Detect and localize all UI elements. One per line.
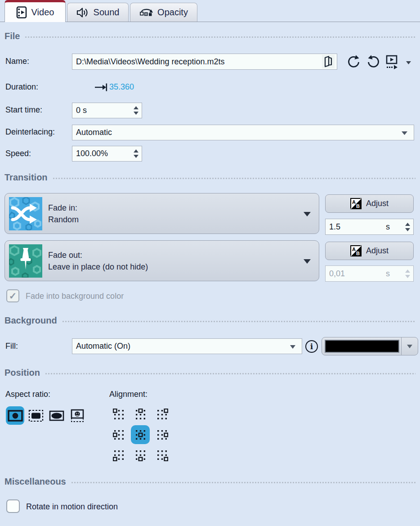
fade-in-title: Fade in:	[48, 202, 79, 213]
deinterlacing-select[interactable]: Automatic	[72, 125, 414, 140]
aspect-stretch-icon	[49, 410, 64, 421]
fade-in-adjust-button[interactable]: A B Adjust	[325, 194, 414, 213]
fade-into-background-checkbox: ✓	[6, 289, 19, 302]
svg-text:B: B	[356, 251, 360, 256]
alignment-middle-left-button[interactable]	[109, 425, 128, 444]
fade-out-select[interactable]: Fade out: Leave in place (do not hide)	[4, 240, 319, 281]
alignment-middle-right-button[interactable]	[152, 425, 171, 444]
fill-select[interactable]: Automatic (On)	[72, 338, 302, 354]
adjust-ab-icon: A B	[350, 245, 362, 256]
rotate-left-button[interactable]	[346, 54, 362, 70]
opacity-icon	[139, 7, 153, 18]
fade-out-text: Fade out: Leave in place (do not hide)	[48, 249, 148, 272]
fade-in-thumbnail	[9, 197, 42, 230]
svg-text:A: A	[352, 247, 356, 252]
name-label: Name:	[5, 57, 29, 66]
background-section-title: Background	[4, 315, 57, 326]
fade-out-adjust-label: Adjust	[366, 246, 389, 256]
chevron-down-icon	[402, 131, 407, 135]
fade-in-text: Fade in: Random	[48, 202, 79, 225]
fade-out-adjust-button[interactable]: A B Adjust	[325, 242, 414, 260]
section-divider	[25, 36, 416, 38]
rotate-right-button[interactable]	[365, 54, 381, 70]
aspect-crop-button[interactable]	[27, 406, 45, 425]
fade-out-duration-value: 0,01	[329, 269, 345, 279]
tab-video[interactable]: Video	[4, 0, 66, 22]
file-name-input[interactable]	[72, 54, 337, 70]
spin-down-icon[interactable]	[405, 228, 410, 231]
alignment-bottom-right-button[interactable]	[152, 445, 171, 464]
speed-value: 100.00%	[76, 149, 108, 158]
tab-opacity[interactable]: Opacity	[130, 3, 197, 22]
misc-section-title: Miscellaneous	[4, 477, 66, 487]
spin-up-icon	[405, 270, 410, 273]
spin-up-icon[interactable]	[405, 223, 410, 226]
fill-value: Automatic (On)	[76, 342, 130, 351]
tab-sound-label: Sound	[94, 7, 120, 18]
fade-in-duration-spinner[interactable]: 1.5 s	[325, 219, 414, 235]
chevron-down-icon	[290, 345, 295, 349]
alignment-top-right-button[interactable]	[152, 405, 171, 424]
position-section-header: Position	[4, 366, 416, 379]
section-divider	[71, 482, 416, 483]
chevron-down-icon	[407, 345, 412, 348]
spin-up-icon[interactable]	[134, 149, 139, 153]
spin-down-icon[interactable]	[134, 112, 139, 115]
fade-out-duration-unit: s	[386, 269, 390, 279]
start-time-value: 0 s	[76, 106, 87, 115]
alignment-top-center-button[interactable]	[131, 405, 150, 424]
spin-down-icon[interactable]	[134, 155, 139, 158]
rotate-in-motion-label: Rotate in motion direction	[26, 502, 118, 512]
duration-value-link[interactable]: 35.360	[109, 82, 134, 92]
start-time-label: Start time:	[5, 105, 42, 115]
speaker-icon	[76, 7, 89, 18]
tab-video-label: Video	[31, 7, 54, 18]
fade-in-select[interactable]: Fade in: Random	[4, 193, 319, 234]
color-swatch	[325, 340, 399, 353]
info-icon[interactable]: i	[305, 340, 318, 353]
fade-out-duration-spinner: 0,01 s	[325, 265, 414, 282]
duration-label: Duration:	[5, 82, 38, 92]
aspect-fit-icon	[8, 410, 23, 422]
tab-opacity-label: Opacity	[157, 7, 188, 18]
start-time-spinner[interactable]: 0 s	[72, 103, 142, 118]
deinterlacing-label: Deinterlacing:	[5, 127, 55, 137]
aspect-original-icon	[70, 409, 85, 423]
video-properties-panel: Video Sound Opacity File Name	[0, 0, 420, 526]
chevron-down-icon	[406, 61, 411, 64]
tab-sound[interactable]: Sound	[67, 3, 129, 22]
aspect-fit-button[interactable]	[6, 406, 24, 425]
section-divider	[45, 373, 416, 374]
file-section-title: File	[4, 31, 20, 41]
section-divider	[63, 321, 416, 322]
rotate-in-motion-checkbox[interactable]	[6, 499, 20, 513]
fade-in-adjust-label: Adjust	[366, 199, 389, 208]
speed-spinner[interactable]: 100.00%	[72, 146, 142, 162]
alignment-bottom-left-button[interactable]	[109, 445, 128, 464]
preview-play-icon	[385, 55, 399, 69]
fade-out-value: Leave in place (do not hide)	[48, 261, 148, 273]
fade-in-duration-value: 1.5	[329, 222, 340, 232]
spin-down-icon	[405, 275, 410, 278]
alignment-top-left-button[interactable]	[109, 405, 128, 424]
alignment-grid	[109, 405, 171, 464]
color-dropdown-button[interactable]	[401, 337, 418, 355]
svg-text:A: A	[352, 199, 356, 205]
preview-button[interactable]	[384, 54, 400, 70]
fade-in-value: Random	[48, 214, 79, 225]
alignment-bottom-center-button[interactable]	[131, 445, 150, 464]
chevron-down-icon	[304, 259, 311, 264]
preview-options-button[interactable]	[403, 58, 413, 67]
aspect-original-button[interactable]	[68, 406, 86, 425]
background-color-button[interactable]	[322, 337, 418, 355]
alignment-middle-center-button[interactable]	[131, 425, 150, 444]
transition-section-title: Transition	[4, 172, 48, 183]
speed-label: Speed:	[5, 149, 31, 158]
arrow-to-bar-icon	[94, 83, 107, 92]
svg-text:B: B	[356, 203, 360, 209]
browse-file-button[interactable]	[322, 55, 335, 68]
film-icon	[16, 6, 27, 18]
fade-out-title: Fade out:	[48, 249, 148, 261]
aspect-stretch-button[interactable]	[47, 406, 66, 425]
spin-up-icon[interactable]	[134, 106, 139, 109]
